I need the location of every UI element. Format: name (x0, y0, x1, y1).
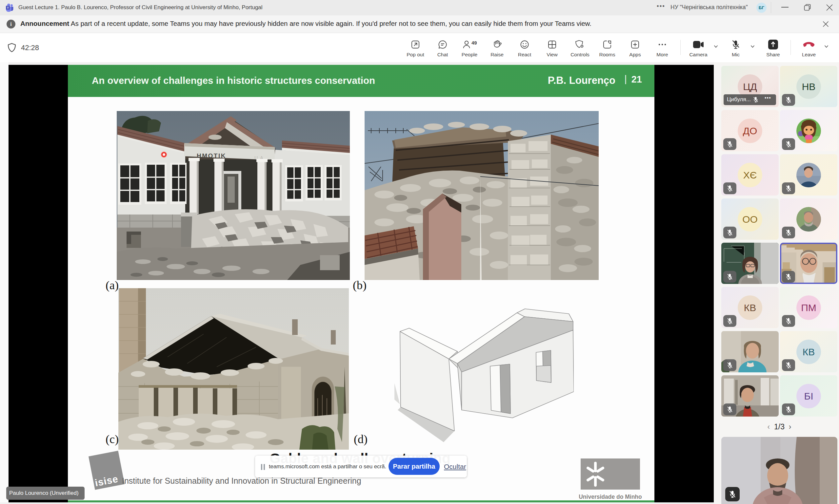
svg-text:HMOTIK: HMOTIK (197, 152, 226, 159)
svg-text:T: T (7, 6, 9, 10)
svg-text:49: 49 (472, 40, 477, 46)
